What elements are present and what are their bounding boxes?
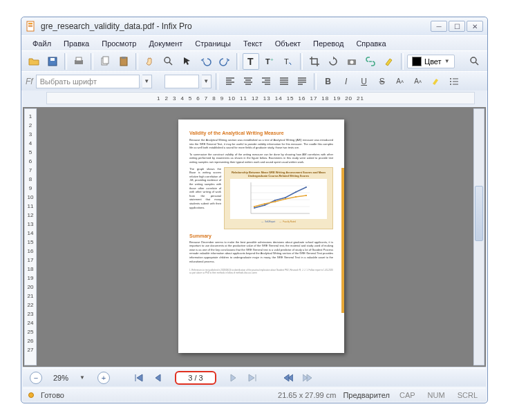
highlight-tool[interactable] xyxy=(381,53,397,70)
save-button[interactable] xyxy=(44,53,61,70)
svg-point-12 xyxy=(164,57,170,63)
strike-button[interactable]: S xyxy=(375,74,390,89)
copy-button[interactable] xyxy=(97,53,113,70)
list-button[interactable] xyxy=(446,74,462,89)
menubar: Файл Правка Просмотр Документ Страницы Т… xyxy=(21,35,487,50)
doc-heading-2: Summary xyxy=(189,233,333,238)
svg-text:T: T xyxy=(265,57,270,66)
page-indicator[interactable]: 3 / 3 xyxy=(175,371,216,385)
menu-file[interactable]: Файл xyxy=(27,37,57,50)
status-ready: Готово xyxy=(41,391,64,399)
status-indicator-icon xyxy=(28,392,34,398)
svg-rect-2 xyxy=(28,25,32,26)
menu-pages[interactable]: Страницы xyxy=(189,37,236,50)
svg-rect-7 xyxy=(76,57,82,61)
status-scrl: SCRL xyxy=(455,391,480,399)
search-button[interactable] xyxy=(467,53,483,70)
underline-button[interactable]: U xyxy=(357,74,372,89)
menu-edit[interactable]: Правка xyxy=(58,37,95,50)
first-page-button[interactable] xyxy=(132,372,146,384)
camera-tool[interactable] xyxy=(344,53,360,70)
undo-button[interactable] xyxy=(198,53,214,70)
text-tool[interactable]: T xyxy=(243,53,259,70)
svg-rect-42 xyxy=(305,195,307,196)
main-toolbar: T T+ T Цвет ▼ xyxy=(21,50,487,71)
svg-point-36 xyxy=(305,187,307,188)
status-bar: Готово 21.65 x 27.99 cm Предварител CAP … xyxy=(23,388,486,401)
prev-page-button[interactable] xyxy=(151,372,165,384)
svg-rect-40 xyxy=(285,198,286,200)
align-left-button[interactable] xyxy=(223,74,238,89)
align-center-button[interactable] xyxy=(241,74,256,89)
window-controls: ─ ☐ ✕ xyxy=(431,21,483,32)
forward-view-button[interactable] xyxy=(301,372,314,384)
rotate-tool[interactable] xyxy=(325,53,341,70)
menu-view[interactable]: Просмотр xyxy=(96,37,142,50)
menu-object[interactable]: Объект xyxy=(270,37,306,50)
menu-translate[interactable]: Перевод xyxy=(308,37,349,50)
font-family-dropdown[interactable]: ▼ xyxy=(142,75,152,88)
hand-tool[interactable] xyxy=(142,53,158,70)
doc-para-left: The graph shows the Base is writing scor… xyxy=(189,167,221,227)
crop-tool[interactable] xyxy=(306,53,323,70)
font-family-select[interactable]: Выбрать шрифт xyxy=(36,75,140,88)
menu-document[interactable]: Документ xyxy=(143,37,188,50)
font-icon: Ff xyxy=(26,77,33,86)
close-button[interactable]: ✕ xyxy=(467,21,483,32)
redo-button[interactable] xyxy=(216,53,233,70)
svg-point-31 xyxy=(254,207,255,209)
font-size-dropdown[interactable]: ▼ xyxy=(202,75,211,88)
doc-para-summary: Because December seems to make the best … xyxy=(189,240,333,264)
highlight-text-button[interactable] xyxy=(429,74,444,89)
svg-point-22 xyxy=(450,78,451,79)
svg-rect-9 xyxy=(103,57,109,64)
svg-rect-37 xyxy=(254,206,255,207)
document-canvas[interactable]: Validity of the Analytical Writing Measu… xyxy=(37,107,486,367)
italic-button[interactable]: I xyxy=(339,74,354,89)
svg-text:T: T xyxy=(247,56,254,67)
maximize-button[interactable]: ☐ xyxy=(449,21,465,32)
chart-plot xyxy=(230,179,327,219)
bold-button[interactable]: B xyxy=(321,74,336,89)
next-page-button[interactable] xyxy=(226,372,240,384)
scrollbar-thumb[interactable] xyxy=(475,186,483,241)
navigation-bar: − 29% ▼ + 3 / 3 xyxy=(23,368,486,386)
align-right-button[interactable] xyxy=(258,74,274,89)
zoom-value[interactable]: 29% xyxy=(48,374,74,382)
zoom-dropdown[interactable]: ▼ xyxy=(79,374,85,381)
vertical-scrollbar[interactable] xyxy=(473,108,485,365)
align-justify-last-button[interactable] xyxy=(294,74,310,89)
svg-rect-5 xyxy=(50,58,55,61)
color-picker[interactable]: Цвет ▼ xyxy=(407,55,455,68)
zoom-tool[interactable] xyxy=(160,53,177,70)
color-label: Цвет xyxy=(424,57,442,66)
app-window: gre_research_validity_data.pdf - Infix P… xyxy=(21,17,488,403)
open-button[interactable] xyxy=(26,53,42,70)
menu-help[interactable]: Справка xyxy=(350,37,391,50)
zoom-in-button[interactable]: + xyxy=(97,372,110,384)
print-button[interactable] xyxy=(70,53,87,70)
svg-point-24 xyxy=(450,84,451,85)
zoom-out-button[interactable]: − xyxy=(30,372,42,384)
pointer-tool[interactable] xyxy=(179,53,196,70)
status-cap: CAP xyxy=(397,391,418,399)
svg-point-35 xyxy=(295,191,297,193)
paste-button[interactable] xyxy=(115,53,132,70)
subscript-button[interactable]: AA xyxy=(411,74,426,89)
chart-container: Relationship Between Mean GRE Writing As… xyxy=(224,167,333,229)
text-plus-tool[interactable]: T+ xyxy=(261,53,278,70)
svg-point-20 xyxy=(471,57,476,63)
text-linked-tool[interactable]: T xyxy=(280,53,297,70)
back-view-button[interactable] xyxy=(281,372,295,384)
svg-rect-39 xyxy=(274,201,276,202)
last-page-button[interactable] xyxy=(245,372,259,384)
link-tool[interactable] xyxy=(362,53,379,70)
superscript-button[interactable]: AA xyxy=(393,74,408,89)
align-justify-button[interactable] xyxy=(276,74,292,89)
status-preview[interactable]: Предварител xyxy=(343,391,390,399)
font-size-select[interactable] xyxy=(164,75,199,88)
menu-text[interactable]: Текст xyxy=(238,37,268,50)
pdf-page[interactable]: Validity of the Analytical Writing Measu… xyxy=(178,120,344,353)
titlebar[interactable]: gre_research_validity_data.pdf - Infix P… xyxy=(21,17,487,35)
minimize-button[interactable]: ─ xyxy=(431,21,447,32)
